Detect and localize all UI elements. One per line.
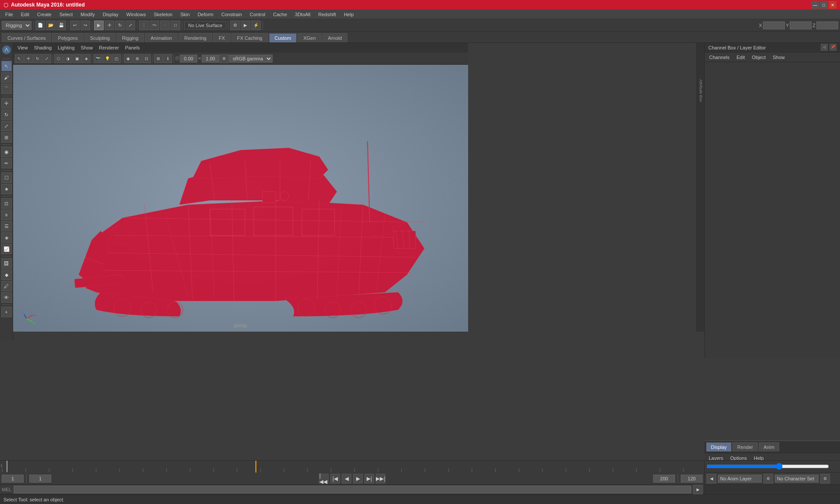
vp-view-menu[interactable]: View bbox=[15, 44, 31, 51]
vp-move-tool[interactable]: ✛ bbox=[24, 54, 33, 63]
render-settings-button[interactable]: ⚙ bbox=[230, 21, 240, 30]
skip-to-end-button[interactable]: ▶▶| bbox=[376, 474, 385, 483]
anim-layer-prev-button[interactable]: ◀ bbox=[707, 474, 716, 483]
custom-tool-button[interactable]: ★ bbox=[1, 184, 12, 194]
scale-button[interactable]: ⤢ bbox=[1, 121, 12, 131]
paint-effects-button[interactable]: 🖊 bbox=[1, 281, 12, 291]
cb-edit-menu[interactable]: Edit bbox=[734, 54, 747, 61]
render-button[interactable]: ▶ bbox=[241, 21, 250, 30]
lasso-select-button[interactable]: ⌒ bbox=[1, 84, 12, 94]
rotate-tool-button[interactable]: ↻ bbox=[115, 21, 125, 30]
menu-deform[interactable]: Deform bbox=[194, 11, 217, 18]
redo-button[interactable]: ↪ bbox=[80, 21, 90, 30]
play-back-button[interactable]: ◀ bbox=[342, 474, 351, 483]
vp-xray-btn[interactable]: ◈ bbox=[82, 54, 91, 63]
menu-file[interactable]: File bbox=[2, 11, 17, 18]
le-render-tab[interactable]: Render bbox=[732, 442, 758, 452]
vp-frame-all-btn[interactable]: ⊞ bbox=[133, 54, 142, 63]
quick-select-button[interactable]: + bbox=[1, 307, 12, 317]
vp-gamma-mode[interactable]: ⚙ bbox=[220, 54, 228, 63]
show-manipulator-button[interactable]: ☐ bbox=[1, 172, 12, 183]
rigging-dropdown[interactable]: Rigging bbox=[2, 21, 32, 30]
menu-redshift[interactable]: Redshift bbox=[315, 11, 340, 18]
timeline[interactable] bbox=[0, 460, 704, 472]
minimize-button[interactable]: — bbox=[811, 1, 819, 9]
open-scene-button[interactable]: 📂 bbox=[46, 21, 56, 30]
vp-isolate-btn[interactable]: ◉ bbox=[124, 54, 133, 63]
menu-cache[interactable]: Cache bbox=[270, 11, 290, 18]
cb-pin-button[interactable]: 📌 bbox=[830, 44, 836, 51]
vp-wireframe-btn[interactable]: ⬡ bbox=[54, 54, 63, 63]
skip-to-start-button[interactable]: |◀◀ bbox=[319, 474, 329, 483]
vp-shadows-btn[interactable]: ◰ bbox=[112, 54, 121, 63]
vp-lighting-menu[interactable]: Lighting bbox=[55, 44, 77, 51]
anim-layer-input[interactable] bbox=[718, 475, 762, 483]
anim-layer-settings-button[interactable]: ⚙ bbox=[763, 474, 773, 483]
step-forward-button[interactable]: ▶| bbox=[364, 474, 374, 483]
menu-edit[interactable]: Edit bbox=[18, 11, 33, 18]
menu-create[interactable]: Create bbox=[34, 11, 55, 18]
vp-heads-up-btn[interactable]: ℹ bbox=[163, 54, 172, 63]
vp-cameras-btn[interactable]: 📷 bbox=[94, 54, 102, 63]
node-editor-button[interactable]: ◈ bbox=[1, 232, 12, 243]
range-end-input[interactable] bbox=[681, 475, 703, 483]
outliner-button[interactable]: ☰ bbox=[1, 221, 12, 231]
new-scene-button[interactable]: 📄 bbox=[35, 21, 45, 30]
menu-modify[interactable]: Modify bbox=[77, 11, 98, 18]
timeline-range-slider[interactable] bbox=[707, 463, 829, 469]
scale-tool-button[interactable]: ⤢ bbox=[126, 21, 135, 30]
range-start-input[interactable] bbox=[29, 475, 51, 483]
mel-input[interactable] bbox=[14, 486, 691, 494]
menu-help[interactable]: Help bbox=[340, 11, 357, 18]
maximize-button[interactable]: □ bbox=[820, 1, 828, 9]
step-back-button[interactable]: |◀ bbox=[330, 474, 340, 483]
cb-show-menu[interactable]: Show bbox=[770, 54, 788, 61]
rotate-button[interactable]: ↻ bbox=[1, 109, 12, 120]
close-button[interactable]: ✕ bbox=[829, 1, 836, 9]
play-forward-button[interactable]: ▶ bbox=[353, 474, 363, 483]
menu-display[interactable]: Display bbox=[99, 11, 122, 18]
mel-run-button[interactable]: ▶ bbox=[693, 485, 703, 494]
tab-sculpting[interactable]: Sculpting bbox=[84, 33, 116, 42]
vp-panels-menu[interactable]: Panels bbox=[122, 44, 143, 51]
cb-expand-button[interactable]: ◁ bbox=[821, 44, 828, 51]
le-display-tab[interactable]: Display bbox=[706, 442, 732, 452]
vp-rotate-tool[interactable]: ↻ bbox=[33, 54, 42, 63]
save-scene-button[interactable]: 💾 bbox=[56, 21, 66, 30]
le-anim-tab[interactable]: Anim bbox=[759, 442, 779, 452]
tab-polygons[interactable]: Polygons bbox=[52, 33, 83, 42]
sculpt-button[interactable]: ✏ bbox=[1, 158, 12, 168]
char-set-input[interactable] bbox=[775, 475, 819, 483]
tab-rendering[interactable]: Rendering bbox=[178, 33, 212, 42]
select-mode-button[interactable]: ↖ bbox=[1, 61, 12, 71]
vp-renderer-menu[interactable]: Renderer bbox=[96, 44, 122, 51]
tab-fx-caching[interactable]: FX Caching bbox=[231, 33, 268, 42]
tab-fx[interactable]: FX bbox=[213, 33, 231, 42]
select-tool-button[interactable]: ▶ bbox=[94, 21, 104, 30]
vp-scale-tool[interactable]: ⤢ bbox=[42, 54, 51, 63]
snap-point-button[interactable]: · bbox=[160, 21, 170, 30]
tab-rigging[interactable]: Rigging bbox=[116, 33, 144, 42]
tab-curves-surfaces[interactable]: Curves / Surfaces bbox=[2, 33, 51, 42]
vp-value1-input[interactable] bbox=[180, 55, 197, 63]
playback-end-input[interactable] bbox=[653, 475, 675, 483]
menu-skeleton[interactable]: Skeleton bbox=[150, 11, 176, 18]
vp-show-menu[interactable]: Show bbox=[78, 44, 96, 51]
snap-surface-button[interactable]: □ bbox=[171, 21, 180, 30]
vp-textured-btn[interactable]: ▣ bbox=[73, 54, 81, 63]
gamma-select[interactable]: sRGB gamma bbox=[229, 55, 273, 63]
hypershade-button[interactable]: ◆ bbox=[1, 270, 12, 280]
cb-object-menu[interactable]: Object bbox=[749, 54, 768, 61]
no-live-surface-button[interactable]: No Live Surface bbox=[184, 21, 226, 29]
vp-value2-input[interactable] bbox=[202, 55, 219, 63]
char-set-settings-button[interactable]: ⚙ bbox=[820, 474, 830, 483]
vp-lights-btn[interactable]: 💡 bbox=[103, 54, 112, 63]
vp-frame-sel-btn[interactable]: ⊡ bbox=[142, 54, 151, 63]
y-input[interactable] bbox=[790, 21, 812, 29]
graph-editor-button[interactable]: 📈 bbox=[1, 244, 12, 254]
vp-select-tool[interactable]: ↖ bbox=[15, 54, 24, 63]
soft-mod-button[interactable]: ◉ bbox=[1, 147, 12, 157]
cb-channels-menu[interactable]: Channels bbox=[707, 54, 732, 61]
render-view-button[interactable]: 🖼 bbox=[1, 258, 12, 269]
x-input[interactable] bbox=[763, 21, 785, 29]
